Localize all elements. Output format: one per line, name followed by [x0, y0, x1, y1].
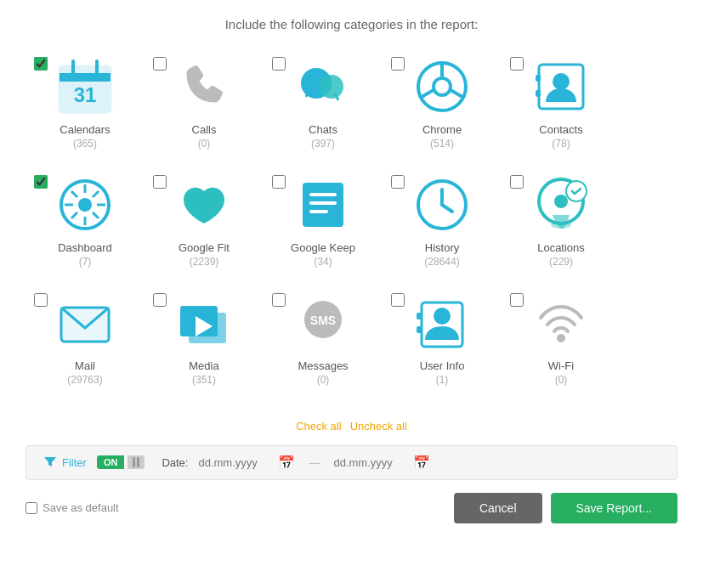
- filter-label: Filter: [62, 456, 87, 469]
- checkbox-wifi[interactable]: [510, 293, 524, 307]
- category-item-locations: Locations(229): [502, 167, 621, 276]
- checkbox-calls[interactable]: [153, 57, 167, 71]
- svg-point-6: [320, 75, 343, 99]
- category-count-mail: (29763): [67, 374, 102, 386]
- calendar-to-icon[interactable]: 📅: [413, 455, 430, 471]
- page-title: Include the following categories in the …: [225, 17, 479, 31]
- checkbox-locations[interactable]: [510, 175, 524, 189]
- category-row: Mail(29763) Media(351) SMS Messages(0) U…: [26, 285, 677, 394]
- save-default-wrap: Save as default: [26, 501, 119, 514]
- category-name-chrome: Chrome: [422, 123, 462, 138]
- cancel-button[interactable]: Cancel: [454, 493, 542, 523]
- svg-text:SMS: SMS: [310, 314, 336, 327]
- footer-buttons: Cancel Save Report...: [454, 493, 677, 523]
- category-count-contacts: (78): [552, 138, 570, 150]
- checkbox-mail[interactable]: [34, 293, 48, 307]
- category-name-contacts: Contacts: [539, 123, 582, 138]
- checkbox-chrome[interactable]: [391, 57, 405, 71]
- icon-history: [412, 175, 472, 235]
- svg-point-18: [78, 198, 92, 212]
- icon-chats: [293, 57, 353, 116]
- icon-wifi: [531, 293, 591, 353]
- bottom-controls: Check all Uncheck all Filter ON Date: 📅 …: [26, 420, 677, 523]
- date-to-input[interactable]: [333, 456, 410, 469]
- checkbox-messages[interactable]: [272, 293, 286, 307]
- svg-line-12: [451, 90, 462, 97]
- category-count-media: (351): [192, 374, 216, 386]
- category-item-chrome: Chrome(514): [383, 48, 502, 158]
- categories-grid: 31 Calendars(365) Calls(0) Chats(397) Ch…: [26, 48, 677, 403]
- category-name-calls: Calls: [192, 123, 217, 138]
- footer-row: Save as default Cancel Save Report...: [26, 493, 677, 523]
- date-label: Date:: [162, 456, 188, 469]
- checkbox-google-fit[interactable]: [153, 175, 167, 189]
- category-name-chats: Chats: [309, 123, 337, 138]
- category-name-google-keep: Google Keep: [291, 241, 355, 256]
- svg-point-9: [435, 80, 449, 93]
- checkbox-wrap-wifi: [510, 293, 524, 310]
- icon-mail: [55, 293, 115, 353]
- date-separator: —: [309, 456, 320, 469]
- date-to-input-wrap: 📅: [333, 455, 430, 471]
- toggle-wrap[interactable]: ON: [97, 455, 145, 469]
- category-name-history: History: [425, 241, 459, 256]
- check-all-link[interactable]: Check all: [296, 420, 341, 433]
- icon-media: [174, 293, 234, 353]
- icon-contacts: [531, 57, 591, 116]
- icon-google-keep: [293, 175, 353, 235]
- uncheck-all-link[interactable]: Uncheck all: [350, 420, 407, 433]
- checkbox-wrap-mail: [34, 293, 48, 310]
- category-count-chrome: (514): [430, 138, 454, 150]
- svg-text:31: 31: [74, 83, 97, 106]
- category-count-locations: (229): [549, 256, 573, 268]
- svg-rect-29: [309, 201, 337, 205]
- icon-chrome: [412, 57, 472, 116]
- category-count-history: (28644): [424, 256, 459, 268]
- icon-user-info: [412, 293, 472, 353]
- svg-line-33: [442, 205, 452, 212]
- checkbox-google-keep[interactable]: [272, 175, 286, 189]
- svg-point-16: [553, 73, 570, 90]
- save-report-button[interactable]: Save Report...: [551, 493, 678, 523]
- category-item-dashboard: Dashboard(7): [26, 167, 145, 276]
- svg-rect-1: [60, 73, 111, 82]
- checkbox-media[interactable]: [153, 293, 167, 307]
- filter-icon: [43, 455, 57, 469]
- calendar-from-icon[interactable]: 📅: [278, 455, 295, 471]
- date-from-input[interactable]: [198, 456, 275, 469]
- category-name-dashboard: Dashboard: [58, 241, 112, 256]
- svg-line-11: [422, 90, 434, 97]
- category-name-user-info: User Info: [420, 359, 465, 374]
- category-item-google-keep: Google Keep(34): [264, 167, 383, 276]
- category-name-locations: Locations: [537, 241, 585, 256]
- checkbox-user-info[interactable]: [391, 293, 405, 307]
- icon-dashboard: [55, 175, 115, 235]
- category-name-mail: Mail: [75, 359, 95, 374]
- svg-rect-15: [536, 90, 541, 97]
- checkbox-history[interactable]: [391, 175, 405, 189]
- svg-rect-48: [417, 326, 422, 333]
- checkbox-calendars[interactable]: [34, 57, 48, 71]
- checkbox-wrap-locations: [510, 175, 524, 192]
- category-row: Dashboard(7) Google Fit(2239) Google Kee…: [26, 167, 677, 276]
- checkbox-wrap-history: [391, 175, 405, 192]
- category-count-calls: (0): [198, 138, 211, 150]
- checkbox-wrap-media: [153, 293, 167, 310]
- toggle-bars: [128, 455, 145, 469]
- svg-rect-30: [309, 210, 328, 213]
- save-default-label: Save as default: [43, 501, 119, 514]
- checkbox-wrap-messages: [272, 293, 286, 310]
- checkbox-chats[interactable]: [272, 57, 286, 71]
- category-count-calendars: (365): [73, 138, 97, 150]
- category-item-media: Media(351): [145, 285, 264, 394]
- checkbox-contacts[interactable]: [510, 57, 524, 71]
- icon-google-fit: [174, 175, 234, 235]
- category-count-chats: (397): [311, 138, 335, 150]
- category-row: 31 Calendars(365) Calls(0) Chats(397) Ch…: [26, 48, 677, 158]
- svg-rect-14: [536, 75, 541, 82]
- category-count-google-fit: (2239): [190, 256, 219, 268]
- checkbox-dashboard[interactable]: [34, 175, 48, 189]
- category-name-google-fit: Google Fit: [179, 241, 230, 256]
- category-item-google-fit: Google Fit(2239): [145, 167, 264, 276]
- save-default-checkbox[interactable]: [26, 502, 37, 514]
